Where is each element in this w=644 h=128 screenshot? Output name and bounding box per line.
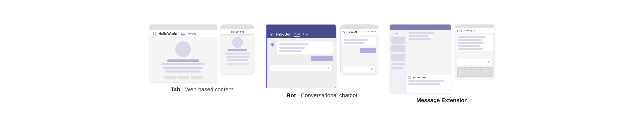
msgext-chat-skel-3 bbox=[408, 38, 431, 40]
svg-rect-6 bbox=[410, 76, 411, 78]
bot-mobile-name: HelloBot bbox=[346, 30, 357, 34]
bot-tab-active[interactable]: Chat bbox=[294, 32, 300, 36]
tab-mobile-text-skels bbox=[223, 50, 252, 61]
bot-input-bar[interactable]: ▷ bbox=[270, 65, 333, 71]
key bbox=[477, 70, 480, 72]
svg-rect-11 bbox=[460, 31, 460, 32]
msgext-mobile-topbar bbox=[455, 25, 494, 28]
bot-mobile-reply-btn[interactable] bbox=[360, 48, 376, 53]
bot-chat-skel-2 bbox=[279, 46, 305, 48]
msgext-panel-desktop: HelloMsgExt bbox=[406, 74, 451, 87]
key bbox=[469, 70, 472, 72]
msgext-mobile-skel-2 bbox=[458, 39, 482, 41]
bot-mobile-window: HelloBot Chat More bbox=[340, 24, 378, 74]
keyboard-row-1 bbox=[458, 68, 492, 70]
tab-skel-bar-2 bbox=[162, 64, 205, 66]
tab-mobile-skel-1 bbox=[228, 50, 247, 51]
keyboard-mock bbox=[457, 67, 493, 77]
tab-mobile-skel-3 bbox=[226, 56, 249, 58]
key bbox=[472, 68, 474, 70]
key bbox=[484, 70, 488, 72]
key-symbols bbox=[458, 74, 463, 76]
bot-chat-body: ▷ bbox=[267, 38, 336, 88]
bot-mobile-skel-1 bbox=[344, 39, 368, 41]
msgext-input-bar[interactable]: ▷ bbox=[406, 87, 451, 93]
key bbox=[463, 72, 467, 74]
tab-text-skels bbox=[153, 60, 213, 72]
bot-app-header: HelloBot Chat About bbox=[267, 30, 336, 38]
key bbox=[482, 74, 486, 76]
tab-mobile-body bbox=[221, 34, 254, 74]
key bbox=[475, 72, 478, 74]
tab-label-rest: - Web-based content bbox=[180, 86, 233, 92]
msgext-mobile-panel bbox=[457, 35, 493, 51]
svg-rect-12 bbox=[461, 31, 462, 32]
tab-section: HelloWorld Tab About bbox=[150, 24, 254, 93]
bot-mobile-tab-more[interactable]: More bbox=[371, 30, 376, 33]
key bbox=[482, 72, 486, 74]
key bbox=[462, 70, 465, 72]
svg-rect-2 bbox=[153, 34, 154, 36]
bot-mobile-bubble bbox=[342, 37, 376, 45]
key bbox=[489, 68, 492, 70]
bot-mobile-topbar bbox=[340, 25, 378, 29]
key bbox=[473, 70, 476, 72]
msgext-sidebar-item-2 bbox=[391, 45, 405, 52]
msgext-panel-header: HelloMsgExt bbox=[408, 76, 450, 79]
key bbox=[464, 74, 467, 76]
msgext-mobile-window: ❮ HelloMsgExt bbox=[455, 24, 494, 79]
key bbox=[465, 68, 468, 70]
msgext-mock-windows: Teams bbox=[390, 24, 494, 93]
tab-mobile-bottom-skels bbox=[223, 63, 252, 65]
msgext-layout: Teams bbox=[390, 30, 451, 93]
bot-mobile-input-bar[interactable]: ▷ bbox=[342, 66, 376, 72]
key bbox=[461, 68, 464, 70]
tab-mobile-topbar bbox=[221, 25, 254, 29]
msgext-mobile-header: ❮ HelloMsgExt bbox=[455, 28, 494, 33]
bot-mobile-tab-chat[interactable]: Chat bbox=[364, 30, 369, 33]
tab-mobile-window: HelloWorld bbox=[221, 24, 254, 74]
svg-rect-0 bbox=[153, 32, 154, 34]
svg-rect-1 bbox=[155, 32, 156, 34]
msgext-panel-skel-2 bbox=[408, 83, 440, 85]
tab-mobile-bottom-3 bbox=[242, 63, 249, 65]
msgext-sidebar-skel-1 bbox=[391, 64, 405, 66]
key bbox=[475, 68, 478, 70]
msgext-mobile-input-bar[interactable]: ▷ bbox=[457, 59, 493, 65]
msgext-label: Message Extension bbox=[416, 97, 468, 104]
msgext-sidebar-item-1 bbox=[391, 36, 405, 44]
msgext-mobile-send-icon: ▷ bbox=[488, 60, 490, 64]
tab-bottom-skel-2 bbox=[177, 76, 189, 79]
svg-rect-8 bbox=[410, 78, 411, 79]
keyboard-row-2 bbox=[458, 70, 492, 72]
bot-mobile-header: HelloBot Chat More bbox=[340, 29, 378, 35]
msgext-content-area: HelloMsgExt ▷ bbox=[406, 30, 451, 93]
bot-mobile-chat-lines bbox=[342, 37, 376, 45]
bot-chat-skel-3 bbox=[279, 50, 301, 52]
key bbox=[466, 70, 469, 72]
tab-bottom-skels bbox=[164, 76, 202, 79]
tab-mobile-header: HelloWorld bbox=[221, 29, 254, 34]
msgext-chat-area bbox=[406, 30, 451, 74]
bot-reply-btn[interactable] bbox=[311, 56, 333, 61]
tab-bottom-skel-1 bbox=[164, 76, 176, 79]
bot-tabs: Chat About bbox=[294, 32, 310, 36]
msgext-panel-name: HelloMsgExt bbox=[412, 76, 426, 79]
tab-tab-active[interactable]: Tab bbox=[180, 32, 185, 36]
bot-tab-inactive[interactable]: About bbox=[303, 32, 310, 36]
msgext-mobile-skel-3 bbox=[458, 42, 484, 44]
key bbox=[467, 72, 471, 74]
keyboard-row-3 bbox=[458, 72, 492, 74]
key bbox=[479, 72, 482, 74]
send-icon: ▷ bbox=[328, 66, 330, 70]
key-space bbox=[468, 74, 482, 76]
tab-topbar bbox=[150, 24, 217, 30]
bot-mobile-tabs: Chat More bbox=[364, 30, 376, 33]
svg-rect-9 bbox=[460, 30, 460, 30]
keyboard-row-4 bbox=[458, 74, 492, 76]
msgext-send-icon: ▷ bbox=[447, 89, 449, 92]
back-chevron-icon[interactable]: ❮ bbox=[457, 30, 458, 32]
tab-tab-inactive[interactable]: About bbox=[188, 32, 196, 36]
key bbox=[485, 68, 488, 70]
key bbox=[488, 70, 492, 72]
